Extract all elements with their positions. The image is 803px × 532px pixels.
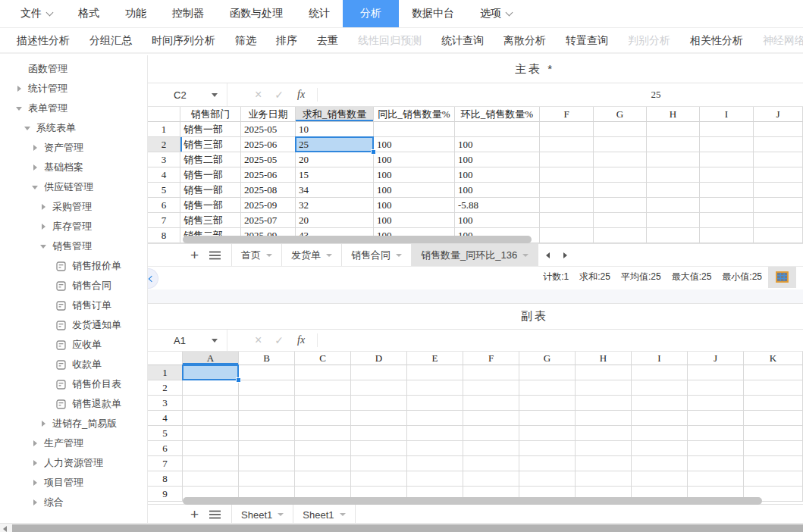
column-header-F[interactable]: F — [463, 352, 519, 365]
sidebar-item-人力资源管理[interactable]: 人力资源管理 — [0, 453, 147, 473]
sub-grid-hscrollbar[interactable] — [183, 497, 762, 505]
scroll-left-icon[interactable] — [3, 526, 7, 532]
cell[interactable] — [632, 396, 688, 411]
cell[interactable] — [594, 198, 647, 213]
cell[interactable] — [744, 411, 803, 426]
cell[interactable] — [351, 471, 407, 487]
cell[interactable] — [463, 471, 519, 487]
cell[interactable] — [239, 426, 295, 441]
main-grid-hscrollbar[interactable] — [183, 236, 532, 243]
cell[interactable]: 100 — [374, 167, 455, 183]
tree-collapse-icon[interactable] — [31, 499, 39, 505]
cell[interactable]: 100 — [374, 137, 455, 152]
cell[interactable] — [407, 380, 463, 396]
sheet-tab-发货单[interactable]: 发货单 — [282, 244, 342, 266]
sub-cancel-icon[interactable]: × — [255, 333, 262, 347]
column-header-销售部门[interactable]: 销售部门 — [180, 107, 241, 122]
cell[interactable] — [744, 441, 803, 456]
cell[interactable]: 34 — [296, 183, 374, 198]
sidebar-item-销售价目表[interactable]: 销售价目表 — [0, 374, 147, 394]
cell[interactable]: 2025-06 — [241, 167, 296, 183]
column-header-H[interactable]: H — [647, 107, 700, 122]
cell[interactable] — [519, 456, 576, 471]
toolbar-item-分组汇总[interactable]: 分组汇总 — [80, 34, 142, 48]
sidebar-item-生产管理[interactable]: 生产管理 — [0, 433, 147, 453]
toolbar-item-筛选[interactable]: 筛选 — [225, 34, 266, 48]
cell[interactable]: -5.88 — [455, 198, 540, 213]
row-header-5[interactable]: 5 — [148, 426, 183, 441]
row-header-4[interactable]: 4 — [148, 411, 183, 426]
menu-item-控制器[interactable]: 控制器 — [159, 0, 217, 27]
cell[interactable]: 销售一部 — [180, 122, 241, 137]
cell[interactable] — [183, 396, 239, 411]
tree-collapse-icon[interactable] — [39, 421, 47, 427]
sidebar-item-资产管理[interactable]: 资产管理 — [0, 138, 147, 158]
sheet-tab-销售合同[interactable]: 销售合同 — [342, 244, 412, 266]
sidebar-item-综合[interactable]: 综合 — [0, 493, 147, 512]
cell[interactable] — [632, 380, 688, 396]
cell[interactable]: 100 — [455, 183, 540, 198]
cell[interactable] — [647, 213, 700, 228]
cell[interactable] — [700, 228, 754, 243]
cell[interactable] — [407, 365, 463, 380]
row-header-9[interactable]: 9 — [148, 487, 183, 502]
page-hscrollbar[interactable] — [0, 523, 803, 532]
row-header-8[interactable]: 8 — [148, 228, 180, 243]
sheet-tab-dropdown-icon[interactable] — [326, 254, 332, 257]
cell[interactable] — [754, 198, 803, 213]
row-header-3[interactable]: 3 — [148, 152, 180, 167]
column-header-A[interactable]: A — [183, 352, 239, 365]
cell[interactable] — [183, 456, 239, 471]
row-header-6[interactable]: 6 — [148, 441, 183, 456]
toolbar-item-离散分析[interactable]: 离散分析 — [494, 34, 556, 48]
cell[interactable] — [407, 396, 463, 411]
menu-item-格式[interactable]: 格式 — [65, 0, 112, 27]
cell[interactable] — [754, 213, 803, 228]
cell[interactable] — [519, 396, 576, 411]
column-header-业务日期[interactable]: 业务日期 — [241, 107, 296, 122]
cell[interactable]: 100 — [374, 213, 455, 228]
cell[interactable] — [688, 396, 744, 411]
cell[interactable] — [295, 426, 351, 441]
cell[interactable] — [540, 198, 594, 213]
cell[interactable] — [647, 137, 700, 152]
cell[interactable] — [632, 471, 688, 487]
cell[interactable] — [519, 471, 576, 487]
sidebar-item-基础档案[interactable]: 基础档案 — [0, 158, 147, 177]
cell[interactable] — [407, 411, 463, 426]
cell[interactable] — [744, 471, 803, 487]
sidebar-item-销售报价单[interactable]: 销售报价单 — [0, 256, 147, 276]
sidebar-item-销售合同[interactable]: 销售合同 — [0, 276, 147, 296]
row-header-4[interactable]: 4 — [148, 167, 180, 183]
grid-corner-cell[interactable] — [148, 352, 183, 365]
sheet-tab-dropdown-icon[interactable] — [278, 513, 284, 516]
tab-prev-icon[interactable] — [546, 252, 550, 258]
cell[interactable] — [463, 456, 519, 471]
sidebar-item-发货通知单[interactable]: 发货通知单 — [0, 315, 147, 335]
row-header-6[interactable]: 6 — [148, 198, 180, 213]
sidebar-item-应收单[interactable]: 应收单 — [0, 335, 147, 355]
cell[interactable] — [594, 183, 647, 198]
sidebar-item-函数管理[interactable]: 函数管理 — [0, 59, 147, 79]
toolbar-item-描述性分析[interactable]: 描述性分析 — [7, 34, 80, 48]
cell[interactable] — [594, 167, 647, 183]
cell[interactable] — [647, 167, 700, 183]
cell[interactable]: 15 — [296, 167, 374, 183]
page-hscroll-thumb[interactable] — [12, 524, 803, 532]
cell[interactable] — [183, 471, 239, 487]
cell[interactable] — [754, 137, 803, 152]
cell[interactable] — [700, 198, 754, 213]
menu-item-文件[interactable]: 文件 — [8, 0, 65, 27]
sidebar-item-进销存_简易版[interactable]: 进销存_简易版 — [0, 414, 147, 433]
sidebar-item-表单管理[interactable]: 表单管理 — [0, 99, 147, 118]
cell[interactable]: 25 — [296, 137, 374, 152]
sidebar-item-收款单[interactable]: 收款单 — [0, 355, 147, 374]
table-style-button[interactable] — [768, 267, 796, 288]
cell[interactable] — [540, 122, 594, 137]
column-header-F[interactable]: F — [540, 107, 594, 122]
cell[interactable] — [632, 426, 688, 441]
toolbar-item-转置查询[interactable]: 转置查询 — [556, 34, 618, 48]
cell[interactable] — [351, 456, 407, 471]
cell[interactable] — [295, 411, 351, 426]
cell[interactable] — [688, 380, 744, 396]
